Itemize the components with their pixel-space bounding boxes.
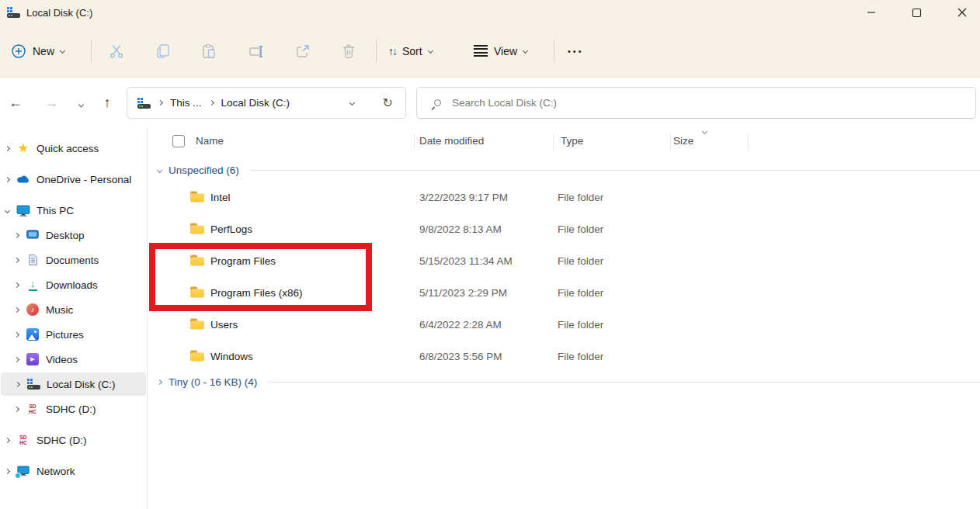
breadcrumb-this-pc[interactable]: This ... bbox=[170, 97, 202, 109]
sidebar-item-label: Pictures bbox=[46, 329, 84, 341]
column-header-row: Name Date modified Type Size bbox=[148, 127, 980, 157]
sidebar-item-this-pc[interactable]: This PC bbox=[0, 199, 147, 222]
sidebar-item-documents[interactable]: Documents bbox=[0, 248, 147, 272]
recent-locations-button[interactable] bbox=[71, 95, 90, 111]
chevron-down-icon[interactable] bbox=[5, 207, 10, 213]
sidebar-item-label: Quick access bbox=[36, 143, 99, 154]
file-row-intel[interactable]: Intel 3/22/2023 9:17 PM File folder bbox=[148, 181, 980, 213]
videos-icon: ▶ bbox=[26, 352, 40, 366]
copy-icon bbox=[155, 43, 172, 60]
sidebar-item-local-disk-c[interactable]: Local Disk (C:) bbox=[1, 372, 146, 396]
sidebar-item-videos[interactable]: ▶ Videos bbox=[0, 348, 147, 371]
chevron-right-icon bbox=[157, 379, 162, 384]
chevron-right-icon[interactable] bbox=[14, 257, 19, 262]
column-header-name[interactable]: Name bbox=[196, 135, 224, 147]
share-icon bbox=[294, 43, 311, 60]
back-button[interactable]: ← bbox=[6, 95, 25, 111]
column-divider[interactable] bbox=[670, 133, 671, 151]
group-rule bbox=[250, 170, 980, 171]
sidebar-item-label: Videos bbox=[46, 354, 78, 365]
file-row-windows[interactable]: Windows 6/8/2023 5:56 PM File folder bbox=[148, 340, 980, 372]
close-button[interactable] bbox=[944, 0, 980, 25]
sidebar-item-downloads[interactable]: ↓ Downloads bbox=[0, 273, 147, 296]
chevron-right-icon[interactable] bbox=[5, 145, 10, 151]
address-dropdown-chevron[interactable] bbox=[349, 100, 355, 106]
address-row: ← → ↑ This ... Local Disk (C:) ↻ bbox=[0, 78, 980, 127]
new-button[interactable]: New bbox=[11, 43, 64, 59]
select-all-checkbox[interactable] bbox=[172, 135, 185, 147]
file-date: 5/15/2023 11:34 AM bbox=[419, 254, 513, 266]
sidebar-item-music[interactable]: ♪ Music bbox=[0, 298, 147, 321]
file-row-program-files-x86[interactable]: Program Files (x86) 5/11/2023 2:29 PM Fi… bbox=[148, 276, 980, 308]
file-row-perflogs[interactable]: PerfLogs 9/8/2022 8:13 AM File folder bbox=[148, 213, 980, 244]
file-row-program-files[interactable]: Program Files 5/15/2023 11:34 AM File fo… bbox=[148, 244, 980, 276]
view-button-label: View bbox=[494, 45, 517, 57]
chevron-down-icon bbox=[428, 48, 433, 54]
paste-button[interactable] bbox=[200, 43, 217, 60]
sidebar-item-pictures[interactable]: Pictures bbox=[0, 323, 147, 346]
copy-button[interactable] bbox=[155, 43, 172, 60]
chevron-down-icon bbox=[523, 48, 528, 54]
breadcrumb[interactable]: This ... Local Disk (C:) ↻ bbox=[127, 87, 406, 119]
sidebar-item-label: Downloads bbox=[46, 279, 98, 291]
column-header-date-modified[interactable]: Date modified bbox=[419, 135, 484, 147]
chevron-right-icon[interactable] bbox=[15, 381, 20, 386]
onedrive-icon bbox=[16, 172, 30, 186]
column-divider[interactable] bbox=[414, 133, 415, 151]
minimize-button[interactable] bbox=[853, 0, 889, 25]
search-box[interactable] bbox=[416, 87, 976, 119]
search-input[interactable] bbox=[452, 97, 975, 109]
forward-button[interactable]: → bbox=[42, 95, 61, 111]
chevron-right-icon[interactable] bbox=[5, 437, 10, 442]
column-header-size[interactable]: Size bbox=[673, 135, 693, 147]
drive-icon bbox=[26, 377, 40, 391]
column-header-type[interactable]: Type bbox=[561, 135, 583, 147]
delete-button[interactable] bbox=[340, 43, 357, 60]
paste-icon bbox=[200, 43, 217, 60]
titlebar: Local Disk (C:) bbox=[0, 0, 980, 25]
chevron-right-icon[interactable] bbox=[5, 468, 10, 473]
navigation-pane: ★ Quick access OneDrive - Personal This … bbox=[0, 127, 148, 509]
sidebar-item-sdhc-d-child[interactable]: SDHC SDHC (D:) bbox=[0, 397, 147, 421]
chevron-right-icon[interactable] bbox=[14, 232, 19, 237]
view-button[interactable]: View bbox=[474, 45, 527, 57]
chevron-right-icon[interactable] bbox=[5, 176, 10, 182]
plus-circle-icon bbox=[11, 43, 26, 59]
sort-button[interactable]: ↑↓ Sort bbox=[388, 45, 433, 57]
chevron-right-icon[interactable] bbox=[14, 306, 19, 312]
breadcrumb-current[interactable]: Local Disk (C:) bbox=[221, 97, 290, 109]
sort-icon: ↑↓ bbox=[388, 46, 398, 57]
cut-button[interactable] bbox=[108, 43, 125, 60]
folder-icon bbox=[190, 223, 204, 234]
sidebar-item-sdhc-d[interactable]: SDHC SDHC (D:) bbox=[0, 428, 147, 452]
group-header-tiny[interactable]: Tiny (0 - 16 KB) (4) bbox=[148, 372, 980, 392]
sidebar-item-desktop[interactable]: Desktop bbox=[0, 223, 147, 247]
chevron-right-icon[interactable] bbox=[14, 406, 19, 411]
column-divider[interactable] bbox=[553, 133, 554, 151]
rename-button[interactable] bbox=[248, 43, 265, 60]
sidebar-item-label: Documents bbox=[46, 254, 99, 266]
file-name: Program Files (x86) bbox=[210, 286, 303, 298]
file-date: 6/4/2022 2:28 AM bbox=[419, 318, 502, 330]
more-options-button[interactable]: ••• bbox=[568, 47, 584, 56]
toolbar-separator bbox=[91, 40, 92, 63]
chevron-right-icon[interactable] bbox=[14, 356, 19, 362]
chevron-right-icon[interactable] bbox=[14, 331, 19, 337]
sidebar-item-network[interactable]: Network bbox=[0, 459, 147, 483]
refresh-button[interactable]: ↻ bbox=[383, 95, 393, 110]
chevron-down-icon bbox=[157, 167, 162, 172]
command-toolbar: New bbox=[0, 25, 980, 77]
file-date: 5/11/2023 2:29 PM bbox=[419, 286, 507, 298]
sidebar-item-quick-access[interactable]: ★ Quick access bbox=[0, 137, 147, 160]
file-type: File folder bbox=[558, 254, 603, 266]
maximize-button[interactable] bbox=[898, 0, 934, 25]
drive-icon bbox=[137, 96, 151, 110]
sidebar-item-onedrive[interactable]: OneDrive - Personal bbox=[0, 168, 147, 191]
column-divider[interactable] bbox=[748, 133, 749, 151]
share-button[interactable] bbox=[294, 43, 311, 60]
group-header-unspecified[interactable]: Unspecified (6) bbox=[148, 160, 980, 180]
up-button[interactable]: ↑ bbox=[98, 95, 116, 111]
file-row-users[interactable]: Users 6/4/2022 2:28 AM File folder bbox=[148, 308, 980, 340]
window-title: Local Disk (C:) bbox=[26, 7, 92, 19]
chevron-right-icon[interactable] bbox=[14, 282, 19, 287]
